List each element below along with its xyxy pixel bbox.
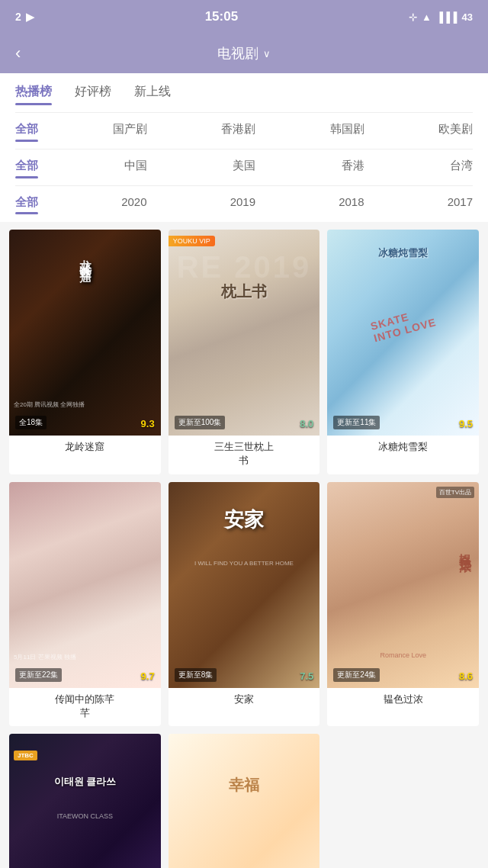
region-china[interactable]: 中国 — [124, 159, 147, 178]
poster-6: 韫色过浓 Romance Love 百世TV出品 更新至24集 8.6 — [327, 482, 479, 688]
episode-label-6: 更新至24集 — [333, 668, 380, 682]
year-2020[interactable]: 2020 — [121, 195, 146, 214]
poster-title-text-3: 冰糖炖雪梨 — [378, 246, 428, 260]
show-card-7[interactable]: JTBC 이태원 클라쓰 ITAEWON CLASS 梨泰院클라쓰 — [9, 734, 161, 868]
year-all[interactable]: 全部 — [15, 195, 38, 214]
year-tabs: 全部 2020 2019 2018 2017 — [15, 186, 473, 222]
region-all[interactable]: 全部 — [15, 159, 38, 178]
poster-skate-text: SKATEINTO LOVE — [369, 304, 438, 345]
poster-title-text-1: 龙岭迷窟 — [77, 250, 93, 262]
poster-title-text-8: 幸福 — [229, 775, 259, 796]
show-title-3: 冰糖炖雪梨 — [327, 436, 479, 460]
genre-hk[interactable]: 香港剧 — [221, 122, 255, 141]
genre-western[interactable]: 欧美剧 — [438, 122, 473, 141]
poster-8: 幸福 — [169, 734, 320, 868]
poster-title-text-6: 韫色过浓 — [457, 544, 473, 553]
year-2017[interactable]: 2017 — [448, 195, 473, 214]
region-tabs: 全部 中国 美国 香港 台湾 — [15, 149, 473, 186]
region-hk[interactable]: 香港 — [342, 159, 364, 178]
tab-rated[interactable]: 好评榜 — [75, 84, 111, 104]
show-card-2[interactable]: 枕上书 RE 2019 YOUKU VIP 更新至100集 8.0 三生三世枕上… — [169, 230, 320, 474]
back-button[interactable]: ‹ — [15, 43, 21, 63]
poster-jtbc-badge: JTBC — [14, 751, 37, 760]
poster-sub-text-4: 5月11日 芒果视频 独播 — [14, 653, 76, 661]
content-grid: 龙岭迷窟 全20期 腾讯视频 全网独播 全18集 9.3 龙岭迷窟 枕上书 RE… — [0, 222, 488, 868]
show-card-8[interactable]: 幸福 幸福... — [169, 734, 320, 868]
location-icon: ▶ — [26, 11, 34, 23]
nav-header: ‹ 电视剧 ∨ — [0, 34, 488, 73]
dropdown-arrow-icon[interactable]: ∨ — [263, 48, 271, 59]
show-title-1: 龙岭迷窟 — [9, 436, 161, 460]
episode-label-3: 更新至11集 — [333, 416, 380, 429]
genre-all[interactable]: 全部 — [15, 122, 38, 141]
filter-section: 热播榜 好评榜 新上线 全部 国产剧 香港剧 韩国剧 欧美剧 全部 中国 美国 … — [0, 73, 488, 222]
show-title-2: 三生三世枕上书 — [169, 436, 320, 474]
poster-title-text-7: 이태원 클라쓰 — [54, 775, 117, 789]
rating-3: 9.5 — [459, 418, 473, 429]
poster-re-overlay: RE 2019 — [177, 250, 312, 285]
poster-en-text-7: ITAEWON CLASS — [57, 812, 113, 820]
page-title: 电视剧 — [217, 44, 258, 63]
region-usa[interactable]: 美国 — [233, 159, 255, 178]
poster-4: 5月11日 芒果视频 独播 更新至22集 9.7 — [9, 482, 161, 688]
show-card-6[interactable]: 韫色过浓 Romance Love 百世TV出品 更新至24集 8.6 韫色过浓 — [327, 482, 479, 727]
main-tabs: 热播榜 好评榜 新上线 — [15, 73, 473, 113]
tab-new[interactable]: 新上线 — [134, 84, 171, 104]
rating-4: 9.7 — [141, 670, 155, 682]
poster-2: 枕上书 RE 2019 YOUKU VIP 更新至100集 8.0 — [169, 230, 320, 436]
poster-1: 龙岭迷窟 全20期 腾讯视频 全网独播 全18集 9.3 — [9, 230, 161, 436]
genre-tabs: 全部 国产剧 香港剧 韩国剧 欧美剧 — [15, 113, 473, 149]
signal-icon: ▐▐▐ — [436, 11, 458, 23]
status-right: ⊹ ▲ ▐▐▐ 43 — [409, 11, 473, 23]
genre-korean[interactable]: 韩国剧 — [330, 122, 364, 141]
poster-sub-text-1: 全20期 腾讯视频 全网独播 — [14, 400, 156, 409]
rating-6: 8.6 — [459, 670, 473, 682]
poster-en-text-6: Romance Love — [380, 651, 426, 659]
show-title-6: 韫色过浓 — [327, 688, 479, 712]
year-2019[interactable]: 2019 — [230, 195, 255, 214]
poster-title-text-5: 安家 — [224, 506, 264, 533]
show-card-1[interactable]: 龙岭迷窟 全20期 腾讯视频 全网独播 全18集 9.3 龙岭迷窟 — [9, 230, 161, 474]
show-card-5[interactable]: 安家 I WILL FIND YOU A BETTER HOME 更新至8集 7… — [169, 482, 320, 727]
wifi-icon: ▲ — [422, 11, 432, 23]
battery: 43 — [462, 11, 473, 23]
show-card-4[interactable]: 5月11日 芒果视频 独播 更新至22集 9.7 传闻中的陈芊芊 — [9, 482, 161, 727]
badge-2: YOUKU VIP — [169, 236, 215, 246]
status-left: 2 ▶ — [15, 11, 34, 23]
status-bar: 2 ▶ 15:05 ⊹ ▲ ▐▐▐ 43 — [0, 0, 488, 34]
episode-label-2: 更新至100集 — [175, 416, 226, 429]
episode-label-5: 更新至8集 — [175, 668, 217, 682]
bluetooth-icon: ⊹ — [409, 11, 417, 23]
genre-domestic[interactable]: 国产剧 — [113, 122, 147, 141]
episode-label-4: 更新至22集 — [15, 668, 62, 682]
poster-7: JTBC 이태원 클라쓰 ITAEWON CLASS — [9, 734, 161, 868]
show-card-3[interactable]: 冰糖炖雪梨 SKATEINTO LOVE 更新至11集 9.5 冰糖炖雪梨 — [327, 230, 479, 474]
region-taiwan[interactable]: 台湾 — [450, 159, 473, 178]
rating-1: 9.3 — [141, 418, 155, 429]
poster-5: 安家 I WILL FIND YOU A BETTER HOME 更新至8集 7… — [169, 482, 320, 688]
show-title-5: 安家 — [169, 688, 320, 712]
nav-title: 电视剧 ∨ — [217, 44, 271, 63]
year-2018[interactable]: 2018 — [339, 195, 364, 214]
tab-hot[interactable]: 热播榜 — [15, 84, 52, 104]
poster-platform-badge: 百世TV出品 — [436, 487, 474, 498]
poster-3: 冰糖炖雪梨 SKATEINTO LOVE 更新至11集 9.5 — [327, 230, 479, 436]
rating-2: 8.0 — [300, 418, 313, 429]
status-time: 15:05 — [205, 9, 238, 24]
show-title-4: 传闻中的陈芊芊 — [9, 688, 161, 726]
rating-5: 7.5 — [300, 670, 313, 682]
poster-en-text-5: I WILL FIND YOU A BETTER HOME — [194, 560, 294, 567]
episode-label-1: 全18集 — [15, 416, 47, 429]
status-number: 2 — [15, 11, 21, 23]
